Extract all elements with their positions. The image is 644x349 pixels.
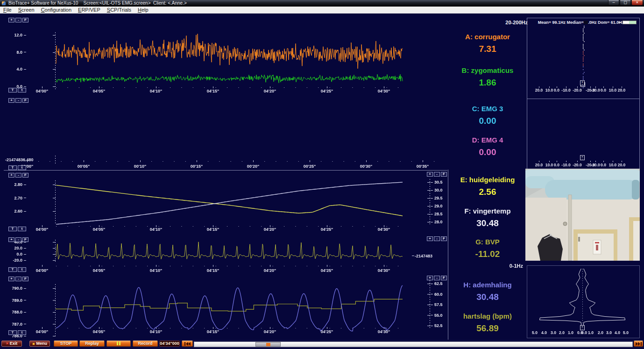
scale-fit-button[interactable]: F [22,173,28,178]
channel-readout: H: ademhaling30.48 [448,281,527,302]
minimize-button[interactable]: – [608,0,619,6]
channel-readout: G: BVP-11.02 [448,238,527,259]
tick-label: 04'30" [370,89,398,93]
scale-plus-button[interactable]: + [8,277,14,281]
scale-plus-button[interactable]: + [427,172,433,177]
spectrum-cursor-spinner[interactable]: +- [580,325,585,330]
channel-value: 30.48 [448,218,527,228]
menu-item-scptrials[interactable]: SCP/Trials [104,7,134,14]
replay-button[interactable]: Replay [79,341,105,347]
timebase-T-button[interactable]: T [8,267,17,272]
resp-band-label: 0-1Hz [448,263,523,269]
scale-minus-button[interactable]: - [15,237,21,242]
stop-button[interactable]: STOP [54,341,78,347]
emg-spectrum-canvas [527,18,640,100]
scale-plus-button[interactable]: + [8,18,14,22]
channel-value: 30.48 [448,292,527,302]
scale-fit-button[interactable]: F [441,236,447,241]
scale-minus-button[interactable]: - [15,173,21,178]
scale-fit-button[interactable]: F [22,98,28,103]
scale-minus-button[interactable]: - [434,276,440,280]
scrollbar-thumb[interactable] [255,342,281,347]
timebase-t-button[interactable]: t [18,227,26,231]
spectrum-cursor-spinner[interactable]: +- [580,155,585,160]
scale-fit-button[interactable]: F [441,172,447,177]
webcam-hook [550,234,552,235]
record-button[interactable]: Record [133,341,158,347]
timebase-t-button[interactable]: t [18,165,26,170]
tick-label: 04'25" [313,268,341,273]
time-display: 04'34"000 [159,341,180,347]
webcam-pipe-endcap [632,180,639,199]
timeline-scrollbar[interactable] [194,342,633,347]
tick-label: 787.0 [12,322,26,327]
spinner-minus[interactable]: - [580,328,584,330]
menu-item-file[interactable]: File [0,7,15,14]
menu-button[interactable]: Menu [29,341,50,347]
tick-label: 788.0 [12,310,26,314]
scale-minus-button[interactable]: - [434,236,440,241]
menu-item-erpvep[interactable]: ERP/VEP [75,7,104,14]
tick-label: 04'30" [370,329,398,334]
tick-label: 00'05" [70,164,98,169]
timebase-T-button[interactable]: T [8,330,17,335]
pause-button[interactable] [106,341,131,347]
scale-minus-button[interactable]: - [15,277,21,281]
scale-minus-button[interactable]: - [434,172,440,177]
chart-panel-emg34: + - F -21474836.480 00'00"00'05"00'10"00… [4,96,447,171]
scrollbar-thumb-marker [266,343,270,346]
timebase-T-button[interactable]: T [8,165,17,170]
scale-plus-button[interactable]: + [427,276,433,280]
channel-readout: A: corrugator7.31 [448,33,527,54]
menu-item-help[interactable]: Help [134,7,152,14]
tick-label: 04'25" [313,329,341,334]
tick-label: 00'35" [409,164,437,169]
menu-item-screen[interactable]: Screen [15,7,38,14]
timebase-t-button[interactable]: t [18,267,26,272]
tick-label: 62.5 [431,281,443,286]
channel-label: F: vingertemp [448,207,527,215]
scale-buttons: + - F [8,277,28,281]
scale-fit-button[interactable]: F [441,276,447,280]
webcam-conduit [568,195,572,261]
scale-fit-button[interactable]: F [22,277,28,281]
scale-minus-button[interactable]: - [15,18,21,22]
timebase-T-button[interactable]: T [8,227,17,231]
scale-plus-button[interactable]: + [8,173,14,178]
scale-minus-button[interactable]: - [15,98,21,103]
channel-value: 1.86 [448,78,527,88]
tick-label: 00'20" [239,164,267,169]
skip-to-start-button[interactable] [182,341,193,347]
tick-label: 790.0 [12,286,26,291]
scale-buttons: + - F [8,98,28,103]
spinner-minus[interactable]: - [580,83,584,85]
tick-label: 4.0 [16,67,26,71]
chart-panel-sc-temp: + - F + - F 2.802.702.60 30.530.029.529.… [4,171,447,235]
scale-plus-button[interactable]: + [8,237,14,242]
maximize-button[interactable]: ◻ [620,0,631,6]
tick-label: 04'20" [256,89,284,93]
scale-plus-button[interactable]: + [8,98,14,103]
timebase-T-button[interactable]: T [8,88,17,93]
scale-plus-button[interactable]: + [427,236,433,241]
close-button[interactable]: × [631,0,643,6]
skip-to-end-button[interactable] [634,341,643,347]
channel-label: C: EMG 3 [448,105,527,113]
exit-button[interactable]: × Exit [1,341,22,347]
emg-band-label: 20-200Hz [448,20,528,25]
spinner-minus[interactable]: - [580,158,584,160]
timebase-buttons: T t [8,267,26,272]
timebase-buttons: T t [8,227,26,231]
scale-fit-button[interactable]: F [22,237,28,242]
scale-buttons: + - F [8,173,28,178]
channel-readout: F: vingertemp30.48 [448,207,527,228]
tick-label: 04'20" [256,268,284,273]
menu-item-configuration[interactable]: Configuration [38,7,75,14]
spectrum-cursor-spinner[interactable]: +- [580,80,585,85]
timebase-t-button[interactable]: t [18,88,26,93]
tick-label: 30.0 [431,188,443,192]
timebase-t-button[interactable]: t [18,330,26,335]
tick-label: 04'15" [199,227,227,232]
scale-fit-button[interactable]: F [22,18,28,22]
webcam-poster-mark2 [596,245,598,250]
